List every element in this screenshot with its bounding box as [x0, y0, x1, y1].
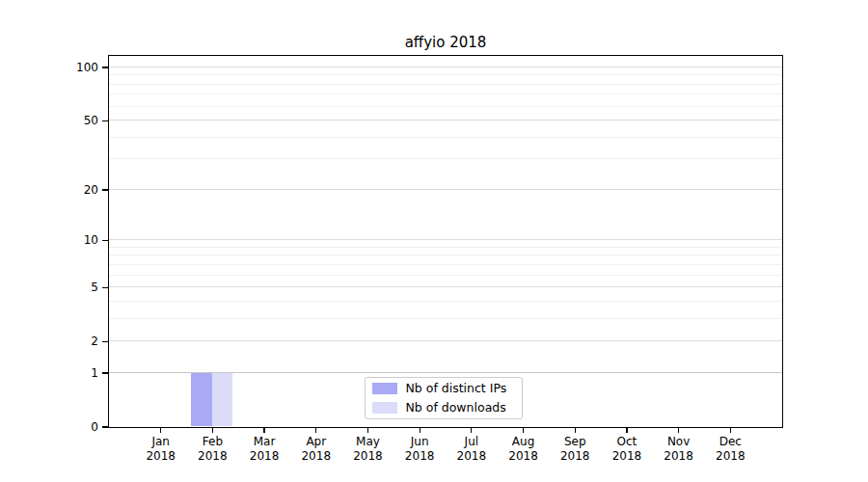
major-gridline — [109, 120, 782, 120]
y-tick-label: 0 — [56, 419, 98, 435]
y-tick-mark — [102, 120, 108, 121]
x-tick-month: Oct — [601, 435, 653, 449]
x-tick-mark — [471, 427, 472, 433]
y-tick-label: 1 — [56, 365, 98, 381]
y-tick-mark — [102, 372, 108, 373]
x-tick-mark — [263, 427, 264, 433]
x-tick-label: Dec2018 — [704, 435, 756, 464]
y-tick-label: 2 — [56, 334, 98, 349]
x-tick-label: Jan2018 — [135, 435, 187, 464]
x-tick-label: Mar2018 — [238, 435, 290, 464]
x-tick-mark — [678, 427, 679, 433]
x-tick-year: 2018 — [446, 449, 498, 464]
x-tick-year: 2018 — [238, 449, 290, 464]
x-tick-label: Nov2018 — [653, 435, 705, 464]
minor-gridline — [109, 137, 782, 138]
y-tick-mark — [102, 287, 108, 288]
x-tick-year: 2018 — [549, 449, 601, 464]
minor-gridline — [109, 84, 782, 85]
minor-gridline — [109, 158, 782, 159]
legend-label-distinct-ips: Nb of distinct IPs — [406, 381, 507, 395]
y-tick-label: 100 — [56, 60, 98, 75]
x-tick-mark — [160, 427, 161, 433]
major-gridline — [109, 67, 782, 67]
x-tick-year: 2018 — [653, 449, 705, 464]
legend: Nb of distinct IPs Nb of downloads — [365, 377, 523, 419]
minor-gridline — [109, 301, 782, 302]
x-tick-year: 2018 — [601, 449, 653, 464]
minor-gridline — [109, 254, 782, 255]
x-tick-month: Sep — [549, 435, 601, 449]
legend-entry-downloads: Nb of downloads — [366, 399, 522, 415]
x-tick-year: 2018 — [135, 449, 187, 464]
y-tick-mark — [102, 426, 108, 427]
x-tick-year: 2018 — [393, 449, 446, 464]
x-tick-label: Apr2018 — [290, 435, 342, 464]
x-tick-month: Nov — [653, 435, 705, 449]
x-tick-label: May2018 — [341, 435, 393, 464]
x-tick-month: Aug — [498, 435, 550, 449]
y-tick-label: 50 — [56, 113, 98, 128]
chart: affyio 2018 Nb of distinct IPs Nb of dow… — [0, 0, 868, 482]
x-tick-label: Oct2018 — [601, 435, 653, 464]
legend-label-downloads: Nb of downloads — [406, 400, 506, 415]
x-tick-year: 2018 — [186, 449, 238, 464]
minor-gridline — [109, 318, 782, 319]
x-tick-year: 2018 — [290, 449, 342, 464]
major-gridline — [109, 372, 782, 373]
minor-gridline — [109, 106, 782, 107]
minor-gridline — [109, 275, 782, 276]
x-tick-month: May — [341, 435, 393, 449]
x-tick-year: 2018 — [704, 449, 756, 464]
x-tick-year: 2018 — [498, 449, 550, 464]
y-tick-label: 5 — [56, 280, 98, 295]
x-tick-label: Jun2018 — [393, 435, 446, 464]
y-tick-mark — [102, 67, 108, 67]
x-tick-month: Mar — [238, 435, 290, 449]
bar-feb-distinct-ips — [191, 372, 212, 426]
x-tick-mark — [523, 427, 524, 433]
minor-gridline — [109, 94, 782, 94]
minor-gridline — [109, 74, 782, 75]
x-tick-label: Jul2018 — [446, 435, 498, 464]
x-tick-mark — [212, 427, 213, 433]
x-tick-mark — [367, 427, 368, 433]
x-tick-month: Feb — [186, 435, 238, 449]
y-tick-mark — [102, 341, 108, 342]
x-tick-month: Apr — [290, 435, 342, 449]
major-gridline — [109, 239, 782, 240]
minor-gridline — [109, 247, 782, 248]
x-tick-mark — [575, 427, 576, 433]
x-tick-mark — [420, 427, 420, 433]
x-tick-month: Jun — [393, 435, 446, 449]
y-tick-label: 20 — [56, 182, 98, 198]
chart-title: affyio 2018 — [109, 34, 782, 51]
y-tick-mark — [102, 240, 108, 241]
x-tick-label: Sep2018 — [549, 435, 601, 464]
major-gridline — [109, 286, 782, 287]
x-tick-month: Jul — [446, 435, 498, 449]
x-tick-month: Dec — [704, 435, 756, 449]
x-tick-label: Feb2018 — [186, 435, 238, 464]
minor-gridline — [109, 264, 782, 265]
x-tick-label: Aug2018 — [498, 435, 550, 464]
x-tick-month: Jan — [135, 435, 187, 449]
x-tick-mark — [730, 427, 731, 433]
bar-feb-downloads — [212, 372, 233, 426]
x-tick-mark — [626, 427, 627, 433]
y-tick-label: 10 — [56, 232, 98, 248]
major-gridline — [109, 189, 782, 190]
plot-area: Nb of distinct IPs Nb of downloads — [108, 55, 783, 428]
x-tick-mark — [315, 427, 316, 433]
x-tick-year: 2018 — [341, 449, 393, 464]
y-tick-mark — [102, 189, 108, 190]
legend-entry-distinct-ips: Nb of distinct IPs — [366, 380, 522, 396]
major-gridline — [109, 340, 782, 341]
legend-swatch-downloads — [372, 402, 397, 414]
legend-swatch-distinct-ips — [372, 383, 397, 394]
